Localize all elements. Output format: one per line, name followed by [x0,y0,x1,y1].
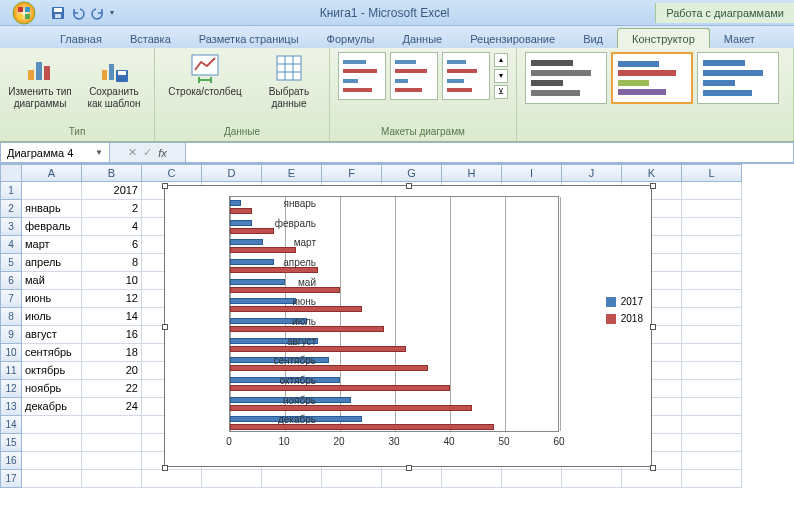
cell[interactable] [442,470,502,488]
chart-legend[interactable]: 20172018 [606,296,643,330]
cell[interactable] [682,200,742,218]
cell[interactable] [22,182,82,200]
cell[interactable] [22,416,82,434]
cell[interactable]: 4 [82,218,142,236]
fx-cancel-icon[interactable]: ✕ [128,146,137,159]
select-all-button[interactable] [0,164,22,182]
cell[interactable] [82,434,142,452]
cell[interactable]: 2017 [82,182,142,200]
column-header[interactable]: L [682,164,742,182]
row-header[interactable]: 1 [0,182,22,200]
cell[interactable]: 2 [82,200,142,218]
row-header[interactable]: 10 [0,344,22,362]
cell[interactable] [682,326,742,344]
cell[interactable] [622,470,682,488]
chart-bar[interactable] [230,208,252,214]
cell[interactable] [322,470,382,488]
legend-item[interactable]: 2018 [606,313,643,324]
cell[interactable]: январь [22,200,82,218]
name-box-dropdown-icon[interactable]: ▼ [95,148,103,157]
cell[interactable]: 14 [82,308,142,326]
column-header[interactable]: E [262,164,322,182]
cell[interactable] [682,380,742,398]
name-box[interactable]: Диаграмма 4 ▼ [0,142,110,163]
cell[interactable] [562,470,622,488]
layout-gallery[interactable]: ▴ ▾ ⊻ [338,52,508,100]
row-header[interactable]: 14 [0,416,22,434]
cell[interactable] [682,362,742,380]
column-header[interactable]: G [382,164,442,182]
column-header[interactable]: J [562,164,622,182]
chart-resize-handle[interactable] [650,465,656,471]
undo-icon[interactable] [70,5,86,21]
layout-option[interactable] [442,52,490,100]
cell[interactable] [502,470,562,488]
row-header[interactable]: 4 [0,236,22,254]
save-icon[interactable] [50,5,66,21]
cell[interactable]: февраль [22,218,82,236]
row-header[interactable]: 16 [0,452,22,470]
row-header[interactable]: 6 [0,272,22,290]
cell[interactable]: 10 [82,272,142,290]
redo-icon[interactable] [90,5,106,21]
cell[interactable]: 20 [82,362,142,380]
row-header[interactable]: 13 [0,398,22,416]
cell[interactable] [682,344,742,362]
select-data-button[interactable]: Выбрать данные [257,52,321,110]
tab-data[interactable]: Данные [388,29,456,48]
cell[interactable] [682,218,742,236]
row-header[interactable]: 17 [0,470,22,488]
cell[interactable]: 24 [82,398,142,416]
cell[interactable] [82,416,142,434]
cell[interactable] [682,308,742,326]
cell[interactable]: 16 [82,326,142,344]
row-header[interactable]: 2 [0,200,22,218]
style-option[interactable] [525,52,607,104]
tab-view[interactable]: Вид [569,29,617,48]
chart-resize-handle[interactable] [162,465,168,471]
cell[interactable] [682,452,742,470]
row-header[interactable]: 15 [0,434,22,452]
cell[interactable] [22,452,82,470]
cell[interactable] [82,470,142,488]
tab-formulas[interactable]: Формулы [313,29,389,48]
cell[interactable]: 8 [82,254,142,272]
tab-review[interactable]: Рецензирование [456,29,569,48]
cell[interactable]: март [22,236,82,254]
change-chart-type-button[interactable]: Изменить тип диаграммы [8,52,72,110]
cell[interactable] [682,272,742,290]
cell[interactable]: декабрь [22,398,82,416]
row-header[interactable]: 5 [0,254,22,272]
cell[interactable]: ноябрь [22,380,82,398]
chart-bar[interactable] [230,200,241,206]
style-gallery[interactable] [525,52,779,104]
tab-layout[interactable]: Макет [710,29,769,48]
chart-resize-handle[interactable] [162,324,168,330]
chart-resize-handle[interactable] [406,465,412,471]
column-header[interactable]: A [22,164,82,182]
cell[interactable]: июнь [22,290,82,308]
cell[interactable]: 18 [82,344,142,362]
office-button[interactable] [4,0,44,26]
layout-option[interactable] [338,52,386,100]
chart-resize-handle[interactable] [406,183,412,189]
cell[interactable] [22,434,82,452]
chart-resize-handle[interactable] [650,324,656,330]
save-template-button[interactable]: Сохранить как шаблон [82,52,146,110]
tab-insert[interactable]: Вставка [116,29,185,48]
tab-page-layout[interactable]: Разметка страницы [185,29,313,48]
gallery-more-icon[interactable]: ⊻ [494,85,508,99]
chart-resize-handle[interactable] [162,183,168,189]
tab-design[interactable]: Конструктор [617,28,710,48]
cell[interactable]: 6 [82,236,142,254]
cell[interactable]: май [22,272,82,290]
embedded-chart[interactable]: 0102030405060январьфевральмартапрельмайи… [164,185,652,467]
cell[interactable] [682,416,742,434]
column-header[interactable]: D [202,164,262,182]
style-option[interactable] [697,52,779,104]
cell[interactable] [82,452,142,470]
cell[interactable] [22,470,82,488]
gallery-up-icon[interactable]: ▴ [494,53,508,67]
cells-area[interactable]: 20172018январь24февраль48март612апрель81… [22,182,742,488]
legend-item[interactable]: 2017 [606,296,643,307]
